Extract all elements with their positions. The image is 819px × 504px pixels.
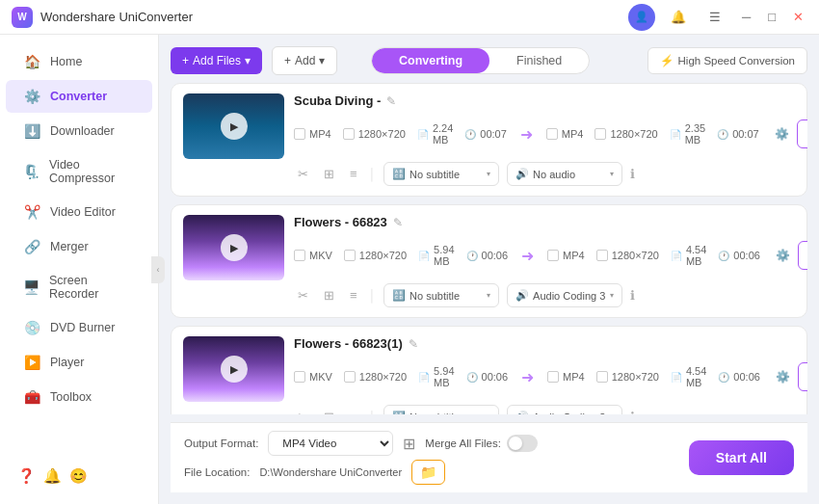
file-icon-dst-1: 📄 [670,129,681,140]
file-icon-1: 📄 [417,129,429,140]
feedback-icon[interactable]: 😊 [69,467,88,485]
file-icon-dst-2: 📄 [671,251,682,261]
audio-select-1[interactable]: 🔊 No audio ▾ [507,162,622,186]
info-icon-2[interactable]: ℹ [630,288,635,303]
subtitle-select-3[interactable]: 🔠 No subtitle ▾ [383,405,499,414]
src-meta-1: MP4 1280×720 📄 2.24 MB [294,122,507,146]
dst-resolution-2: 1280×720 [596,250,659,261]
dst-size-1: 📄 2.35 MB [670,122,705,146]
start-all-button[interactable]: Start All [689,440,794,475]
edit-title-icon-1[interactable]: ✎ [386,94,396,108]
clock-icon-2: 🕐 [466,251,478,261]
minimize-button[interactable]: ─ [738,10,754,24]
high-speed-conversion-button[interactable]: ⚡ High Speed Conversion [647,47,807,74]
src-res-checkbox-2[interactable] [344,250,356,261]
convert-button-2[interactable]: Convert [798,241,807,270]
card-title-1: Scuba Diving - [294,93,381,108]
sidebar-item-screen-recorder[interactable]: 🖥️ Screen Recorder [6,265,152,309]
toolbox-icon: 🧰 [23,389,40,405]
audio-select-3[interactable]: 🔊 Audio Coding 3 ▾ [507,405,622,414]
add-files-button[interactable]: + Add Files ▾ [171,47,262,74]
dst-format-checkbox-2[interactable] [547,250,559,261]
clock-icon-dst-3: 🕐 [718,372,729,383]
src-format-2: MKV [294,250,332,261]
settings-icon-2[interactable]: ⚙️ [776,249,790,262]
sidebar-toggle[interactable]: ‹ [151,256,165,283]
sidebar-item-player[interactable]: ▶️ Player [6,346,152,379]
convert-arrow-2: ➜ [515,247,540,265]
copy-icon-1[interactable]: ⊞ [320,165,338,183]
help-icon[interactable]: ❓ [17,467,36,485]
dst-res-checkbox-3[interactable] [596,371,608,383]
cut-icon-2[interactable]: ✂ [294,286,312,305]
card-title-row-3: Flowers - 66823(1) ✎ ✕ [294,336,807,351]
play-button-1[interactable]: ▶ [221,113,248,140]
dvd-burner-icon: 💿 [23,320,40,335]
edit-title-icon-3[interactable]: ✎ [409,337,418,351]
src-res-checkbox-1[interactable] [343,128,355,140]
menu-icon[interactable]: ☰ [701,4,728,31]
file-icon-2: 📄 [418,251,430,261]
thumbnail-2: ▶ [183,215,284,280]
dst-format-checkbox-1[interactable] [546,128,558,140]
sidebar-item-downloader[interactable]: ⬇️ Downloader [6,115,152,147]
info-icon-1[interactable]: ℹ [630,167,635,181]
sidebar-item-home[interactable]: 🏠 Home [6,45,152,78]
sidebar-item-converter[interactable]: ⚙️ Converter [6,80,152,113]
maximize-button[interactable]: □ [764,10,779,24]
add-format-label: Add [295,54,315,67]
subtitle-select-1[interactable]: 🔠 No subtitle ▾ [383,162,499,186]
copy-icon-3[interactable]: ⊞ [320,408,338,414]
notification-icon[interactable]: 🔔 [665,4,692,31]
add-format-button[interactable]: + Add ▾ [272,46,337,75]
tab-group: Converting Finished [371,47,590,74]
src-format-checkbox-3[interactable] [294,371,305,383]
src-res-checkbox-3[interactable] [344,371,356,383]
video-compressor-icon: 🗜️ [23,164,40,179]
tab-converting[interactable]: Converting [372,48,489,73]
convert-arrow-1: ➜ [515,125,539,144]
dst-res-checkbox-1[interactable] [594,128,606,140]
output-format-select[interactable]: MP4 Video [268,431,393,456]
subtitle-select-2[interactable]: 🔠 No subtitle ▾ [383,283,499,307]
src-resolution-1: 1280×720 [343,128,406,140]
subtitle-chevron-2: ▾ [487,291,490,300]
sidebar-item-video-editor[interactable]: ✂️ Video Editor [6,196,152,228]
audio-select-2[interactable]: 🔊 Audio Coding 3 ▾ [507,283,622,307]
qr-icon[interactable]: ⊞ [403,435,415,453]
close-button[interactable]: ✕ [789,10,807,24]
sidebar-label-screen-recorder: Screen Recorder [49,274,135,301]
sidebar-footer: ❓ 🔔 😊 [0,458,158,494]
sidebar-item-toolbox[interactable]: 🧰 Toolbox [6,381,152,413]
sidebar-item-dvd-burner[interactable]: 💿 DVD Burner [6,311,152,344]
src-format-checkbox-1[interactable] [294,128,305,140]
dst-res-checkbox-2[interactable] [596,250,608,261]
sidebar-item-merger[interactable]: 🔗 Merger [6,230,152,263]
profile-icon[interactable]: 👤 [628,4,655,31]
sidebar-label-home: Home [50,55,82,68]
settings-icon-3[interactable]: ⚙️ [776,370,790,384]
cut-icon-3[interactable]: ✂ [294,408,312,414]
play-button-3[interactable]: ▶ [221,356,248,383]
menu-icon-2[interactable]: ≡ [346,286,361,305]
copy-icon-2[interactable]: ⊞ [320,286,338,305]
settings-icon-1[interactable]: ⚙️ [775,127,789,141]
menu-icon-3[interactable]: ≡ [346,408,361,414]
convert-button-3[interactable]: Convert [798,362,807,391]
convert-button-1[interactable]: Convert [797,119,807,148]
cut-icon-1[interactable]: ✂ [294,165,312,183]
edit-title-icon-2[interactable]: ✎ [393,216,403,229]
merge-toggle[interactable] [507,435,538,452]
browse-folder-button[interactable]: 📁 [411,460,445,485]
src-format-checkbox-2[interactable] [294,250,305,261]
src-duration-2: 🕐 00:06 [466,250,509,261]
tab-finished[interactable]: Finished [489,48,589,73]
dst-format-checkbox-3[interactable] [547,371,559,383]
sidebar-label-downloader: Downloader [50,124,115,138]
sidebar-item-video-compressor[interactable]: 🗜️ Video Compressor [6,149,152,194]
subtitle-chevron-1: ▾ [487,170,490,178]
menu-icon-1[interactable]: ≡ [346,165,361,183]
play-button-2[interactable]: ▶ [221,234,248,261]
alert-icon[interactable]: 🔔 [43,467,62,485]
info-icon-3[interactable]: ℹ [630,410,635,414]
